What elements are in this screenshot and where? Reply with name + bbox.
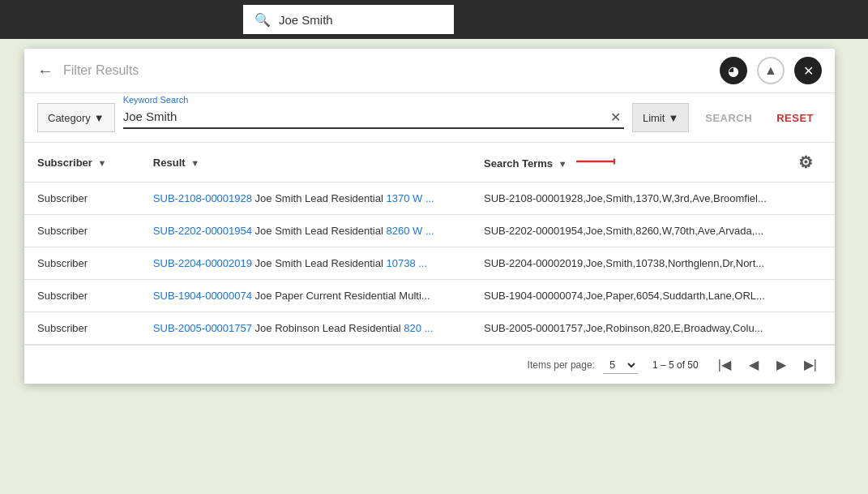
- results-table: Subscriber ▼ Result ▼ Search Terms ▼: [24, 143, 835, 345]
- result-address: 820 ...: [404, 322, 433, 334]
- table-row: SubscriberSUB-2005-00001757 Joe Robinson…: [24, 312, 835, 345]
- cell-subscriber: Subscriber: [24, 183, 140, 215]
- reset-button[interactable]: RESET: [768, 107, 822, 129]
- items-per-page-select[interactable]: 5 10 25: [603, 356, 638, 374]
- search-icon: 🔍: [254, 12, 271, 28]
- prev-page-icon: ◀: [749, 357, 759, 372]
- svg-marker-1: [614, 158, 615, 165]
- result-sub-code: SUB-1904-00000074: [153, 290, 255, 302]
- result-sub-code: SUB-2202-00001954: [153, 225, 255, 237]
- keyword-field: Keyword Search ✕: [123, 106, 624, 129]
- category-arrow-icon: ▼: [94, 112, 105, 124]
- result-header-label: Result: [153, 157, 186, 169]
- cell-search-terms[interactable]: SUB-2202-00001954,Joe,Smith,8260,W,70th,…: [471, 215, 785, 247]
- collapse-icon: ▲: [764, 63, 777, 78]
- table-row: SubscriberSUB-2204-00002019 Joe Smith Le…: [24, 247, 835, 280]
- search-button[interactable]: SEARCH: [697, 107, 760, 129]
- next-page-button[interactable]: ▶: [772, 354, 791, 376]
- search-terms-sort-icon: ▼: [558, 159, 567, 169]
- search-row: Category ▼ Keyword Search ✕ Limit ▼ SEAR…: [24, 93, 835, 143]
- result-sub-code: SUB-2204-00002019: [153, 257, 255, 269]
- top-bar: 🔍 Joe Smith: [0, 0, 868, 39]
- keyword-label: Keyword Search: [123, 95, 189, 105]
- subscriber-header-label: Subscriber: [37, 157, 92, 169]
- cell-result[interactable]: SUB-2202-00001954 Joe Smith Lead Residen…: [140, 215, 471, 247]
- close-icon: ✕: [803, 63, 814, 79]
- limit-arrow-icon: ▼: [668, 112, 678, 124]
- last-page-button[interactable]: ▶|: [799, 354, 822, 376]
- cell-subscriber: Subscriber: [24, 215, 140, 247]
- col-header-result[interactable]: Result ▼: [140, 143, 471, 183]
- cell-search-terms[interactable]: SUB-1904-00000074,Joe,Paper,6054,Suddart…: [471, 280, 785, 312]
- cell-subscriber: Subscriber: [24, 247, 140, 280]
- cell-settings: [785, 312, 835, 345]
- category-button[interactable]: Category ▼: [37, 103, 115, 132]
- cell-result[interactable]: SUB-2005-00001757 Joe Robinson Lead Resi…: [140, 312, 471, 345]
- subscriber-sort-icon: ▼: [98, 158, 107, 168]
- prev-page-button[interactable]: ◀: [744, 354, 763, 376]
- cell-settings: [785, 280, 835, 312]
- cell-subscriber: Subscriber: [24, 312, 140, 345]
- table-row: SubscriberSUB-2202-00001954 Joe Smith Le…: [24, 215, 835, 247]
- page-info: 1 – 5 of 50: [652, 359, 699, 371]
- keyword-input[interactable]: [123, 110, 624, 123]
- first-page-icon: |◀: [718, 357, 731, 372]
- panel-header: ← ◕ ▲ ✕: [24, 49, 835, 93]
- cell-search-terms[interactable]: SUB-2005-00001757,Joe,Robinson,820,E,Bro…: [471, 312, 785, 345]
- limit-label: Limit: [643, 112, 665, 124]
- compass-button[interactable]: ◕: [720, 57, 747, 84]
- close-button[interactable]: ✕: [794, 57, 822, 84]
- col-header-search-terms[interactable]: Search Terms ▼: [471, 143, 785, 183]
- keyword-clear-button[interactable]: ✕: [610, 110, 621, 125]
- result-address: 10738 ...: [386, 257, 427, 269]
- table-header: Subscriber ▼ Result ▼ Search Terms ▼: [24, 143, 835, 183]
- table-row: SubscriberSUB-1904-00000074 Joe Paper Cu…: [24, 280, 835, 312]
- filter-panel: ← ◕ ▲ ✕ Category ▼ Keyword Search ✕ Limi…: [24, 49, 835, 384]
- red-arrow-annotation: [575, 156, 615, 167]
- cell-search-terms[interactable]: SUB-2108-00001928,Joe,Smith,1370,W,3rd,A…: [471, 183, 785, 215]
- top-search-text: Joe Smith: [279, 13, 333, 27]
- last-page-icon: ▶|: [804, 357, 817, 372]
- result-sub-code: SUB-2108-00001928: [153, 192, 255, 204]
- collapse-button[interactable]: ▲: [757, 57, 785, 84]
- cell-settings: [785, 183, 835, 215]
- col-header-subscriber[interactable]: Subscriber ▼: [24, 143, 140, 183]
- table-body: SubscriberSUB-2108-00001928 Joe Smith Le…: [24, 183, 835, 345]
- pagination-row: Items per page: 5 10 25 1 – 5 of 50 |◀ ◀…: [24, 345, 835, 384]
- category-label: Category: [48, 112, 91, 124]
- cell-result[interactable]: SUB-2108-00001928 Joe Smith Lead Residen…: [140, 183, 471, 215]
- search-terms-header-label: Search Terms: [484, 157, 553, 170]
- result-sub-code: SUB-2005-00001757: [153, 322, 255, 334]
- col-header-settings: ⚙: [785, 143, 835, 183]
- result-address: 1370 W ...: [386, 192, 434, 204]
- cell-settings: [785, 215, 835, 247]
- first-page-button[interactable]: |◀: [713, 354, 736, 376]
- cell-settings: [785, 247, 835, 280]
- cell-subscriber: Subscriber: [24, 280, 140, 312]
- next-page-icon: ▶: [776, 357, 786, 372]
- cell-search-terms[interactable]: SUB-2204-00002019,Joe,Smith,10738,Northg…: [471, 247, 785, 280]
- result-address: 8260 W ...: [386, 225, 434, 237]
- back-button[interactable]: ←: [37, 62, 53, 80]
- cell-result[interactable]: SUB-2204-00002019 Joe Smith Lead Residen…: [140, 247, 471, 280]
- cell-result[interactable]: SUB-1904-00000074 Joe Paper Current Resi…: [140, 280, 471, 312]
- settings-gear-icon[interactable]: ⚙: [798, 153, 813, 171]
- items-per-page-label: Items per page:: [528, 359, 595, 371]
- result-sort-icon: ▼: [190, 158, 199, 168]
- top-search-area[interactable]: 🔍 Joe Smith: [243, 5, 454, 34]
- compass-icon: ◕: [728, 63, 739, 79]
- table-row: SubscriberSUB-2108-00001928 Joe Smith Le…: [24, 183, 835, 215]
- limit-button[interactable]: Limit ▼: [632, 103, 689, 132]
- filter-title-input[interactable]: [63, 63, 710, 78]
